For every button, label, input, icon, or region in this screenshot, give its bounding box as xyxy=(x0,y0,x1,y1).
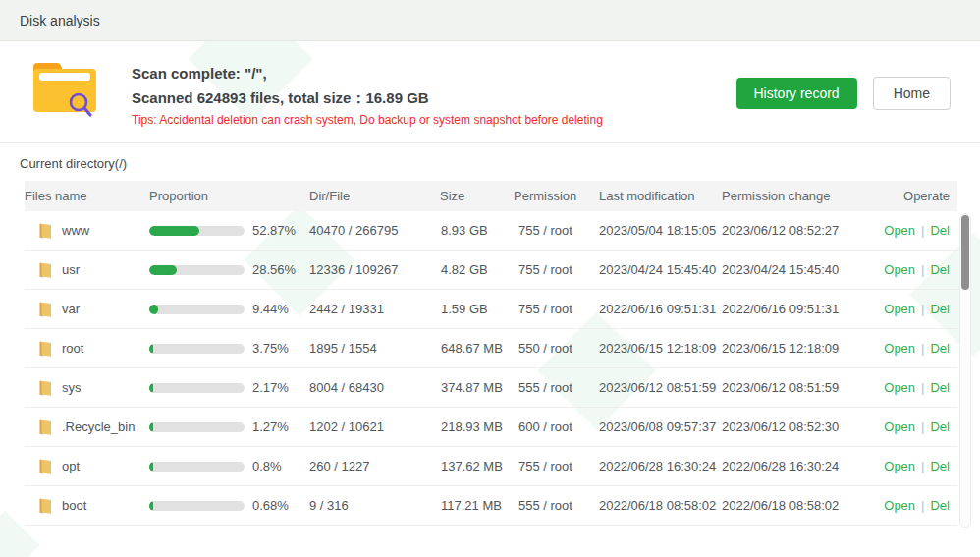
folder-icon xyxy=(37,458,53,475)
proportion-bar-fill xyxy=(149,462,153,472)
dir-file-count: 1202 / 10621 xyxy=(309,419,440,434)
del-link[interactable]: Del xyxy=(930,419,950,434)
del-link[interactable]: Del xyxy=(930,498,950,513)
proportion-bar xyxy=(149,383,245,393)
dir-file-count: 2442 / 19331 xyxy=(309,302,440,316)
dir-file-count: 260 / 1227 xyxy=(309,459,440,473)
dir-file-count: 1895 / 1554 xyxy=(309,341,440,356)
current-directory-label: Current directory(/) xyxy=(0,143,980,181)
open-link[interactable]: Open xyxy=(884,419,915,434)
table-body: www 52.87% 40470 / 266795 8.93 GB 755 / … xyxy=(25,211,957,526)
proportion-bar-fill xyxy=(149,422,153,432)
folder-icon xyxy=(37,261,53,279)
proportion-bar xyxy=(149,265,245,275)
proportion-bar-fill xyxy=(149,501,153,511)
file-size: 137.62 MB xyxy=(440,459,514,473)
permission-change: 2022/06/18 08:58:02 xyxy=(722,498,844,513)
open-link[interactable]: Open xyxy=(884,341,915,356)
files-table: Files name Proportion Dir/File Size Perm… xyxy=(25,181,957,526)
open-link[interactable]: Open xyxy=(884,498,915,513)
file-name: .Recycle_bin xyxy=(62,419,135,434)
operate-separator: | xyxy=(921,459,924,473)
table-row: var 9.44% 2442 / 19331 1.59 GB 755 / roo… xyxy=(25,290,957,329)
proportion-bar xyxy=(149,422,245,432)
file-name: var xyxy=(62,302,80,316)
window-titlebar: Disk analysis xyxy=(0,0,980,41)
last-modification: 2023/04/24 15:45:40 xyxy=(599,262,722,277)
permission-change: 2022/06/16 09:51:31 xyxy=(722,302,844,316)
permission-change: 2023/06/15 12:18:09 xyxy=(722,341,844,356)
col-header-operate: Operate xyxy=(844,189,957,203)
file-size: 648.67 MB xyxy=(440,341,514,356)
table-row: usr 28.56% 12336 / 109267 4.82 GB 755 / … xyxy=(25,251,957,290)
scrollbar-thumb[interactable] xyxy=(961,215,969,290)
dir-file-count: 12336 / 109267 xyxy=(309,262,440,277)
folder-icon xyxy=(37,418,53,436)
open-link[interactable]: Open xyxy=(884,459,915,473)
home-button[interactable]: Home xyxy=(873,77,951,110)
operate-separator: | xyxy=(921,380,924,395)
open-link[interactable]: Open xyxy=(884,302,915,316)
permission: 550 / root xyxy=(514,341,599,356)
del-link[interactable]: Del xyxy=(930,380,950,395)
permission: 755 / root xyxy=(514,302,599,316)
history-record-button[interactable]: History record xyxy=(736,78,857,109)
col-header-size: Size xyxy=(440,189,514,203)
del-link[interactable]: Del xyxy=(930,459,950,473)
open-link[interactable]: Open xyxy=(884,380,915,395)
folder-icon xyxy=(37,222,53,240)
proportion-bar xyxy=(149,226,245,236)
scan-warning-tip: Tips: Accidental deletion can crash syst… xyxy=(132,113,736,127)
operate-separator: | xyxy=(921,262,924,277)
file-name: boot xyxy=(62,498,86,513)
file-size: 374.87 MB xyxy=(440,380,514,395)
del-link[interactable]: Del xyxy=(930,302,950,316)
proportion-value: 9.44% xyxy=(252,302,289,316)
proportion-bar-fill xyxy=(149,383,153,393)
last-modification: 2022/06/28 16:30:24 xyxy=(599,459,722,473)
col-header-permission: Permission xyxy=(514,189,599,203)
del-link[interactable]: Del xyxy=(930,223,950,238)
permission: 555 / root xyxy=(514,498,599,513)
file-size: 1.59 GB xyxy=(440,302,514,316)
del-link[interactable]: Del xyxy=(930,341,950,356)
scan-summary-text: Scan complete: "/", Scanned 624893 files… xyxy=(132,59,736,127)
open-link[interactable]: Open xyxy=(884,262,915,277)
dir-file-count: 40470 / 266795 xyxy=(309,223,440,238)
last-modification: 2022/06/16 09:51:31 xyxy=(599,302,722,316)
folder-search-icon xyxy=(29,59,100,120)
scan-total-line: Scanned 624893 files, total size：16.89 G… xyxy=(132,85,736,110)
proportion-value: 3.75% xyxy=(252,341,289,356)
last-modification: 2023/06/15 12:18:09 xyxy=(599,341,722,356)
col-header-files-name: Files name xyxy=(25,189,149,203)
file-name: root xyxy=(62,341,83,356)
last-modification: 2023/05/04 18:15:05 xyxy=(599,223,722,238)
permission-change: 2023/06/12 08:51:59 xyxy=(722,380,844,395)
proportion-value: 0.68% xyxy=(252,498,289,513)
proportion-value: 2.17% xyxy=(252,380,289,395)
permission-change: 2022/06/28 16:30:24 xyxy=(722,459,844,473)
dir-file-count: 8004 / 68430 xyxy=(309,380,440,395)
permission: 755 / root xyxy=(514,223,599,238)
permission-change: 2023/04/24 15:45:40 xyxy=(722,262,844,277)
proportion-bar-fill xyxy=(149,344,153,354)
scan-summary-header: Scan complete: "/", Scanned 624893 files… xyxy=(0,41,980,143)
disk-analysis-window: Disk analysis ✕ Scan complete: "/", Scan… xyxy=(0,0,980,557)
file-size: 4.82 GB xyxy=(440,262,514,277)
file-name: sys xyxy=(62,380,82,395)
proportion-bar xyxy=(149,305,245,314)
proportion-bar-fill xyxy=(149,226,199,236)
open-link[interactable]: Open xyxy=(884,223,915,238)
table-row: www 52.87% 40470 / 266795 8.93 GB 755 / … xyxy=(25,211,957,251)
file-name: opt xyxy=(62,459,80,473)
table-row: boot 0.68% 9 / 316 117.21 MB 555 / root … xyxy=(25,486,957,526)
col-header-permission-change: Permission change xyxy=(722,189,844,203)
dir-file-count: 9 / 316 xyxy=(309,498,440,513)
proportion-value: 28.56% xyxy=(252,262,296,277)
permission: 555 / root xyxy=(514,380,599,395)
table-row: .Recycle_bin 1.27% 1202 / 10621 218.93 M… xyxy=(25,408,957,447)
table-row: sys 2.17% 8004 / 68430 374.87 MB 555 / r… xyxy=(25,368,957,408)
proportion-bar xyxy=(149,344,245,354)
last-modification: 2022/06/18 08:58:02 xyxy=(599,498,722,513)
del-link[interactable]: Del xyxy=(930,262,950,277)
